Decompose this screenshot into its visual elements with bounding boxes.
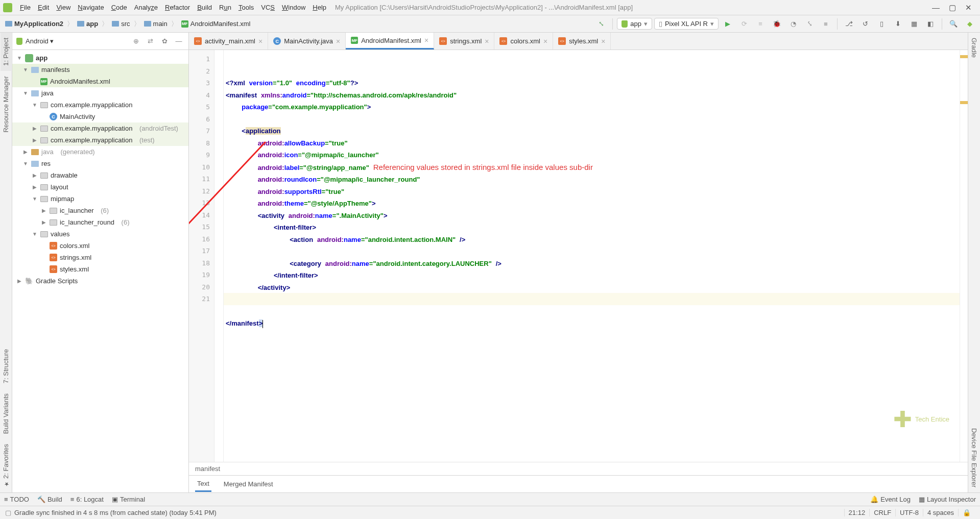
menu-vcs[interactable]: VCS [257,4,278,11]
event-log-tool-tab[interactable]: 🔔 Event Log [870,496,911,503]
hide-panel-button[interactable]: — [173,37,184,45]
tree-node-mipmap[interactable]: ▼mipmap [12,193,188,205]
menu-view[interactable]: View [53,4,74,11]
menu-refactor[interactable]: Refactor [161,4,194,11]
tree-node-ic-launcher[interactable]: ▶ic_launcher (6) [12,205,188,216]
tree-node-colors-xml[interactable]: <>colors.xml [12,240,188,252]
profile-button[interactable]: ◔ [786,17,800,31]
breadcrumb[interactable]: src [110,19,132,29]
device-explorer-tool-tab[interactable]: Device File Explorer [969,423,979,492]
history-button[interactable]: ↺ [858,17,872,31]
assistant-button[interactable]: ◆ [963,17,977,31]
breadcrumb[interactable]: app [75,19,100,29]
breadcrumb[interactable]: main [142,19,170,29]
menu-tools[interactable]: Tools [235,4,257,11]
lock-icon[interactable]: 🔒 [958,509,975,516]
maximize-icon[interactable]: ▢ [949,3,956,12]
tool-windows-icon[interactable]: ▢ [5,509,11,516]
close-tab-icon[interactable]: × [485,37,489,45]
tree-node-package[interactable]: ▶com.example.myapplication (test) [12,134,188,146]
close-tab-icon[interactable]: × [543,37,547,45]
run-config-selector[interactable]: app▾ [617,18,652,30]
caret-position[interactable]: 21:12 [844,509,870,516]
editor-breadcrumb[interactable]: manifest [189,462,968,475]
breadcrumb[interactable]: MyApplication2 [3,19,65,29]
tree-node-manifest[interactable]: MFAndroidManifest.xml [12,76,188,87]
expand-all-button[interactable]: ⇄ [145,37,156,45]
minimap[interactable] [960,50,968,462]
logcat-tool-tab[interactable]: ≡ 6: Logcat [70,496,104,503]
tree-node-drawable[interactable]: ▶drawable [12,169,188,181]
debug-button[interactable]: 🐞 [770,17,784,31]
tree-node-java[interactable]: ▼java [12,87,188,99]
resource-manager-tool-tab[interactable]: Resource Manager [1,71,11,138]
tab-colors[interactable]: <>colors.xml× [494,33,553,50]
locate-button[interactable]: ⊕ [130,37,141,45]
tree-node-mainactivity[interactable]: CMainActivity [12,111,188,122]
layout-inspector-tool-tab[interactable]: ▦ Layout Inspector [919,496,976,503]
sdk-manager-button[interactable]: ⬇ [891,17,905,31]
apply-changes-button[interactable]: ⟳ [737,17,751,31]
settings-icon[interactable]: ✿ [159,37,170,45]
tab-styles[interactable]: <>styles.xml× [553,33,611,50]
tree-node-gradle-scripts[interactable]: ▶🐘Gradle Scripts [12,275,188,287]
tree-node-strings-xml[interactable]: <>strings.xml [12,252,188,263]
menu-file[interactable]: File [16,4,34,11]
device-selector[interactable]: ▯Pixel XL API R▾ [654,18,719,30]
tab-androidmanifest[interactable]: MFAndroidManifest.xml× [346,33,434,50]
code-content[interactable]: <?xml version="1.0" encoding="utf-8"?> <… [224,50,960,462]
line-separator[interactable]: CRLF [869,509,895,516]
tab-strings[interactable]: <>strings.xml× [434,33,494,50]
close-tab-icon[interactable]: × [258,37,262,45]
tree-node-ic-launcher-round[interactable]: ▶ic_launcher_round (6) [12,216,188,228]
tree-node-app[interactable]: ▼app [12,52,188,64]
avd-manager-button[interactable]: ▯ [874,17,889,31]
tab-merged-manifest[interactable]: Merged Manifest [222,477,275,491]
close-tab-icon[interactable]: × [601,37,605,45]
minimize-icon[interactable]: — [932,3,940,12]
stop-button[interactable]: ■ [819,17,833,31]
indent-setting[interactable]: 4 spaces [923,509,958,516]
tree-node-res[interactable]: ▼res [12,158,188,169]
attach-debugger-button[interactable]: ⤥ [802,17,817,31]
build-tool-tab[interactable]: 🔨 Build [37,496,62,503]
tree-node-styles-xml[interactable]: <>styles.xml [12,263,188,275]
menu-window[interactable]: Window [278,4,309,11]
search-everywhere-button[interactable]: 🔍 [946,17,961,31]
apply-code-button[interactable]: ≡ [753,17,768,31]
code-editor[interactable]: 123456789101112131415161718192021 <?xml … [189,50,968,462]
project-tool-tab[interactable]: 1: Project [1,33,11,71]
project-view-selector[interactable]: Android ▾ [26,37,127,45]
tree-node-package[interactable]: ▶com.example.myapplication (androidTest) [12,122,188,134]
menu-analyze[interactable]: Analyze [131,4,161,11]
structure-tool-tab[interactable]: 7: Structure [1,344,11,388]
tab-activity-main[interactable]: <>activity_main.xml× [189,33,268,50]
tab-text[interactable]: Text [195,477,211,492]
tree-node-values[interactable]: ▼values [12,228,188,240]
run-button[interactable]: ▶ [721,17,735,31]
menu-navigate[interactable]: Navigate [74,4,107,11]
menu-build[interactable]: Build [194,4,216,11]
project-structure-button[interactable]: ◧ [923,17,938,31]
tree-node-java-gen[interactable]: ▶java (generated) [12,146,188,158]
sync-gradle-button[interactable]: ⤡ [594,17,608,31]
menu-code[interactable]: Code [108,4,131,11]
terminal-tool-tab[interactable]: ▣ Terminal [112,496,145,503]
favorites-tool-tab[interactable]: ★ 2: Favorites [1,439,11,492]
vcs-button[interactable]: ⎇ [842,17,856,31]
close-tab-icon[interactable]: × [336,37,340,45]
menu-help[interactable]: Help [309,4,330,11]
resource-manager-button[interactable]: ▦ [907,17,921,31]
tree-node-layout[interactable]: ▶layout [12,181,188,193]
file-encoding[interactable]: UTF-8 [895,509,923,516]
menu-edit[interactable]: Edit [34,4,53,11]
close-icon[interactable]: ✕ [965,3,972,12]
gradle-tool-tab[interactable]: Gradle [969,33,979,63]
tab-mainactivity[interactable]: CMainActivity.java× [268,33,346,50]
todo-tool-tab[interactable]: ≡ TODO [4,496,29,503]
fold-gutter[interactable] [214,50,224,462]
tree-node-package[interactable]: ▼com.example.myapplication [12,99,188,111]
build-variants-tool-tab[interactable]: Build Variants [1,388,11,439]
menu-run[interactable]: Run [216,4,235,11]
tree-node-manifests[interactable]: ▼manifests [12,64,188,76]
